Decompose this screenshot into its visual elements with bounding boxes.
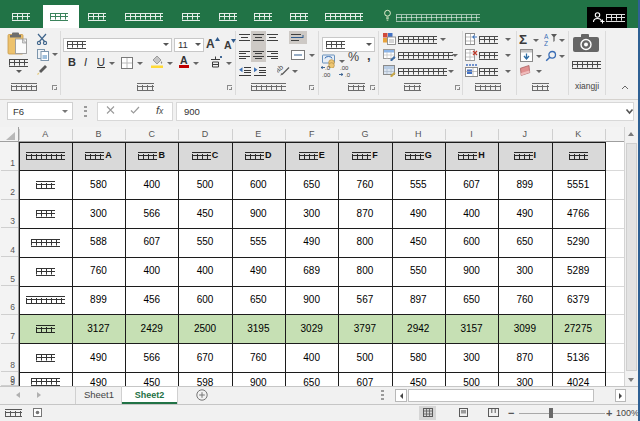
svg-text:.0: .0 [325,65,331,71]
svg-text:.00: .00 [322,72,331,78]
svg-text:.00: .00 [340,65,349,71]
svg-text:ab: ab [277,63,284,73]
svg-text:Z: Z [544,40,548,46]
svg-text:A: A [544,33,549,40]
svg-text:.0: .0 [345,72,351,78]
